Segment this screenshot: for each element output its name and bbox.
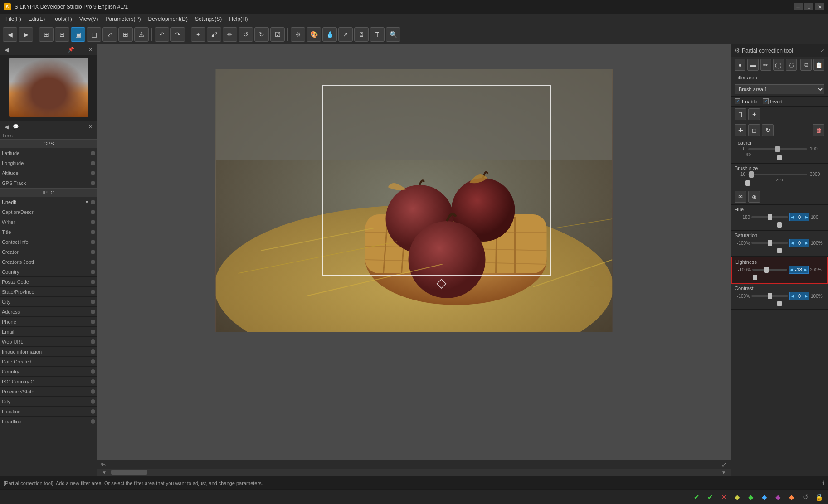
- menu-edit[interactable]: Edit(E): [25, 15, 49, 23]
- field-unedit[interactable]: Unedit ▼: [0, 197, 97, 207]
- tb-text[interactable]: T: [370, 27, 385, 42]
- scroll-right-btn[interactable]: ▼: [717, 470, 731, 475]
- field-city-2[interactable]: City: [0, 397, 97, 407]
- action-yellow-btn[interactable]: ◆: [732, 492, 743, 503]
- menu-file[interactable]: File(F): [2, 15, 25, 23]
- canvas-scrollbar-horizontal[interactable]: ▼ ▼: [97, 469, 731, 476]
- field-title[interactable]: Title: [0, 227, 97, 237]
- sat-arrow-left[interactable]: ◀: [791, 241, 794, 245]
- tb-grid-3[interactable]: ⊞: [118, 27, 133, 42]
- field-country[interactable]: Country: [0, 267, 97, 277]
- panel-icon-list[interactable]: ≡: [77, 46, 85, 54]
- enable-checkbox-label[interactable]: Enable: [735, 98, 757, 104]
- brush-size-track[interactable]: [748, 174, 807, 175]
- tb-split-view[interactable]: ◫: [87, 27, 101, 42]
- action-green2-btn[interactable]: ◆: [745, 492, 756, 503]
- saturation-track[interactable]: [751, 242, 788, 244]
- saturation-control[interactable]: ◀ 0 ▶: [789, 239, 809, 247]
- field-creator[interactable]: Creator: [0, 247, 97, 257]
- action-blue-btn[interactable]: ◆: [759, 492, 770, 503]
- field-creators-jobti[interactable]: Creator's Jobti: [0, 257, 97, 267]
- light-arrow-left[interactable]: ◀: [790, 267, 793, 272]
- brush-size-thumb[interactable]: [749, 171, 754, 178]
- gps-panel-close[interactable]: ✕: [86, 123, 94, 131]
- tb-picker[interactable]: 💧: [322, 27, 337, 42]
- tb-settings[interactable]: ⚙: [291, 27, 305, 42]
- tb-brush[interactable]: 🖌: [207, 27, 221, 42]
- tb-fit[interactable]: ⤢: [102, 27, 117, 42]
- gps-panel-icon-list[interactable]: ≡: [77, 123, 85, 131]
- tb-grid-1[interactable]: ⊞: [39, 27, 54, 42]
- field-state-province[interactable]: State/Province: [0, 287, 97, 297]
- contrast-arrow-left[interactable]: ◀: [791, 294, 794, 298]
- tb-redo[interactable]: ↷: [170, 27, 185, 42]
- field-caption[interactable]: Caption/Descr: [0, 207, 97, 217]
- add-brush-btn[interactable]: ✚: [735, 124, 746, 136]
- contrast-thumb-indicator[interactable]: [777, 301, 782, 306]
- brush-size-thumb-indicator[interactable]: [745, 180, 750, 186]
- feather-thumb-indicator[interactable]: [777, 155, 782, 160]
- sat-arrow-right[interactable]: ▶: [805, 241, 808, 245]
- field-iso-country-c[interactable]: ISO Country C: [0, 377, 97, 387]
- action-apply-btn[interactable]: ✔: [705, 492, 716, 503]
- tb-rotate-ccw[interactable]: ↺: [239, 27, 253, 42]
- hue-thumb[interactable]: [768, 214, 772, 220]
- action-undo-btn[interactable]: ↺: [800, 492, 811, 503]
- field-latitude[interactable]: Latitude: [0, 148, 97, 158]
- menu-view[interactable]: View(V): [76, 15, 102, 23]
- action-cancel-btn[interactable]: ✕: [718, 492, 729, 503]
- field-country-2[interactable]: Country: [0, 367, 97, 377]
- pen-shape-btn[interactable]: ✏: [760, 59, 771, 71]
- field-image-information[interactable]: Image information: [0, 347, 97, 357]
- action-orange-btn[interactable]: ◆: [786, 492, 797, 503]
- saturation-thumb[interactable]: [768, 240, 772, 246]
- scrollbar-thumb[interactable]: [111, 470, 147, 475]
- gps-panel-nav-left[interactable]: ◀: [3, 123, 10, 131]
- contrast-arrow-right[interactable]: ▶: [805, 294, 808, 298]
- menu-settings[interactable]: Settings(S): [191, 15, 225, 23]
- menu-development[interactable]: Development(D): [145, 15, 191, 23]
- tb-single-view[interactable]: ▣: [71, 27, 85, 42]
- polygon-shape-btn[interactable]: ⬠: [786, 59, 797, 71]
- refine-btn[interactable]: ↻: [762, 124, 774, 136]
- hue-arrow-right[interactable]: ▶: [805, 215, 808, 219]
- field-address[interactable]: Address: [0, 307, 97, 317]
- expand-icon[interactable]: ⤢: [721, 461, 727, 468]
- rect-shape-btn[interactable]: ▬: [747, 59, 758, 71]
- menu-tools[interactable]: Tools(T): [49, 15, 75, 23]
- field-headline[interactable]: Headline: [0, 417, 97, 426]
- menu-parameters[interactable]: Parameters(P): [102, 15, 145, 23]
- tb-warning[interactable]: ⚠: [134, 27, 149, 42]
- action-lock-btn[interactable]: 🔒: [813, 492, 824, 503]
- field-writer[interactable]: Writer: [0, 217, 97, 227]
- contrast-thumb[interactable]: [768, 293, 772, 299]
- lightness-control[interactable]: ◀ -18 ▶: [789, 266, 809, 274]
- field-web-url[interactable]: Web URL: [0, 337, 97, 347]
- adjust-icon-btn[interactable]: ⇅: [735, 108, 746, 120]
- field-province-state[interactable]: Province/State: [0, 387, 97, 397]
- brush-area-select[interactable]: Brush area 1: [735, 84, 824, 94]
- tb-check[interactable]: ☑: [270, 27, 285, 42]
- tb-export[interactable]: ↗: [338, 27, 353, 42]
- tb-grid-2[interactable]: ⊟: [55, 27, 69, 42]
- tb-pen[interactable]: ✏: [223, 27, 237, 42]
- field-city[interactable]: City: [0, 297, 97, 307]
- light-arrow-right[interactable]: ▶: [804, 267, 807, 272]
- field-postal-code[interactable]: Postal Code: [0, 277, 97, 287]
- field-altitude[interactable]: Altitude: [0, 168, 97, 178]
- contrast-control[interactable]: ◀ 0 ▶: [789, 292, 809, 300]
- saturation-thumb-indicator[interactable]: [777, 248, 782, 253]
- hue-control[interactable]: ◀ 0 ▶: [789, 213, 809, 221]
- copy-btn[interactable]: ⧉: [800, 59, 811, 71]
- action-purple-btn[interactable]: ◆: [773, 492, 784, 503]
- field-gps-track[interactable]: GPS Track: [0, 178, 97, 188]
- close-button[interactable]: ✕: [815, 3, 824, 10]
- circle-shape-btn[interactable]: ●: [735, 59, 745, 71]
- field-location[interactable]: Location: [0, 407, 97, 417]
- eye-btn[interactable]: 👁: [735, 191, 746, 203]
- lightness-thumb[interactable]: [764, 267, 769, 273]
- chat-icon[interactable]: 💬: [12, 123, 20, 131]
- field-email[interactable]: Email: [0, 327, 97, 337]
- feather-thumb[interactable]: [775, 146, 780, 152]
- field-contact-info[interactable]: Contact info: [0, 237, 97, 247]
